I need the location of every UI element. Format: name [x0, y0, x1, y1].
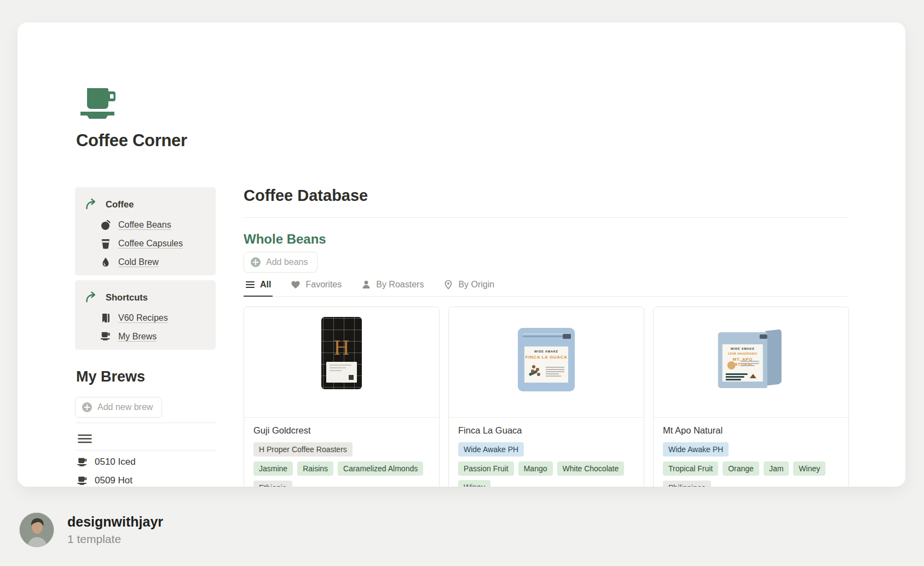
bag-fine-print	[741, 361, 759, 367]
coffee-cup-icon	[77, 476, 88, 486]
tab-label: Favorites	[305, 280, 342, 290]
origin-tag: Philippines	[663, 481, 711, 487]
workspace-title: Coffee Corner	[76, 131, 187, 151]
tab-favorites[interactable]: Favorites	[289, 278, 343, 296]
curved-arrow-icon	[85, 198, 98, 210]
bean-card-guji-goldcrest[interactable]: H Guji Goldcrest H Proper Coffee Roaster…	[244, 307, 440, 487]
bag-brand: WIDE AWAKE	[723, 347, 763, 350]
roaster-tag: Wide Awake PH	[663, 442, 729, 457]
sidebar-item-label: Coffee Capsules	[118, 239, 183, 249]
bag-process: 12HR ANAEROBIC	[723, 352, 763, 355]
coffee-cup-icon	[100, 331, 111, 342]
bag-valve	[563, 334, 571, 339]
flavor-tag: Jasmine	[253, 461, 293, 476]
divider	[75, 450, 216, 451]
person-icon	[361, 280, 371, 290]
coffee-branch-illustration	[529, 364, 543, 378]
heart-icon	[291, 280, 301, 290]
divider	[244, 217, 847, 218]
plus-circle-icon	[250, 257, 261, 268]
bag-label: WIDE AWAKE 12HR ANAEROBIC MT. APO NATURA…	[723, 344, 763, 382]
bean-card-mt-apo-natural[interactable]: WIDE AWAKE 12HR ANAEROBIC MT. APO NATURA…	[653, 307, 849, 487]
sidebar-item-label: Coffee Beans	[118, 220, 171, 230]
bean-title: Guji Goldcrest	[253, 425, 430, 436]
sidebar-item-cold-brew[interactable]: Cold Brew	[100, 253, 206, 272]
location-pin-icon	[443, 280, 453, 290]
bean-card-image: H	[244, 307, 439, 418]
flavor-tag: Caramelized Almonds	[338, 461, 423, 476]
bag-name: FINCA LA GUACA	[524, 355, 568, 360]
cold-brew-droplet-icon	[100, 257, 111, 268]
add-new-brew-button[interactable]: Add new brew	[75, 397, 162, 418]
template-preview-page: Coffee Corner Coffee	[0, 0, 924, 566]
mountain-illustration	[726, 373, 748, 382]
whole-beans-heading: Whole Beans	[244, 232, 326, 247]
coffee-bean-icon	[100, 220, 111, 230]
bean-card-image: WIDE AWAKE 12HR ANAEROBIC MT. APO NATURA…	[654, 307, 848, 418]
sidebar-item-coffee-beans[interactable]: Coffee Beans	[100, 216, 206, 234]
page-title: Coffee Database	[244, 187, 368, 205]
capsule-cup-icon	[100, 238, 111, 249]
bean-card-body: Mt Apo Natural Wide Awake PH Tropical Fr…	[654, 418, 848, 487]
flavor-tag: Jam	[764, 461, 789, 476]
sidebar-item-label: Cold Brew	[118, 257, 159, 267]
sidebar-item-my-brews[interactable]: My Brews	[100, 327, 206, 346]
curved-arrow-icon	[85, 291, 98, 303]
sidebar-item-label: V60 Recipes	[118, 313, 168, 323]
flavor-tag: Mango	[518, 461, 553, 476]
sidebar-item-label: My Brews	[118, 332, 157, 342]
bean-card-body: Guji Goldcrest H Proper Coffee Roasters …	[244, 418, 439, 487]
creator-template-count: 1 template	[67, 533, 163, 546]
qr-code	[349, 375, 354, 380]
bean-title: Mt Apo Natural	[663, 425, 839, 436]
creator-name: designwithjayr	[67, 514, 163, 530]
creator-avatar[interactable]	[19, 512, 54, 547]
my-brews-heading: My Brews	[76, 368, 145, 385]
tab-label: By Roasters	[376, 280, 424, 290]
sidebar-item-v60-recipes[interactable]: V60 Recipes	[100, 309, 206, 327]
bag-label	[326, 362, 357, 383]
tab-by-roasters[interactable]: By Roasters	[360, 278, 425, 296]
sidebar-section-coffee: Coffee Coffee Beans	[75, 187, 216, 275]
database-view-tabs: All Favorites By Roasters	[244, 278, 847, 297]
sun-illustration	[727, 361, 736, 369]
book-icon	[100, 313, 111, 324]
flavor-tag: Raisins	[297, 461, 333, 476]
tab-label: All	[260, 280, 271, 290]
brew-entry-label: 0509 Hot	[95, 475, 132, 486]
bag-brand: WIDE AWAKE	[524, 350, 568, 353]
bean-card-finca-la-guaca[interactable]: WIDE AWAKE FINCA LA GUACA	[448, 307, 644, 487]
plus-circle-icon	[82, 402, 93, 413]
flavor-tag: Winey	[793, 461, 825, 476]
creator-row: designwithjayr 1 template	[19, 512, 163, 547]
brew-entry-0510-iced[interactable]: 0510 Iced	[77, 457, 136, 467]
coffee-cup-logo-icon	[79, 83, 122, 122]
sidebar-section-label: Shortcuts	[106, 292, 148, 303]
tab-by-origin[interactable]: By Origin	[442, 278, 496, 296]
bean-gallery: H Guji Goldcrest H Proper Coffee Roaster…	[244, 307, 849, 487]
coffee-bag-gusseted: WIDE AWAKE 12HR ANAEROBIC MT. APO NATURA…	[718, 330, 782, 389]
flavor-tag: Tropical Fruit	[663, 461, 718, 476]
add-beans-button[interactable]: Add beans	[244, 252, 317, 273]
origin-tag: Ethiopia	[253, 481, 292, 487]
drag-handle-icon[interactable]	[78, 434, 92, 443]
coffee-bag-black: H	[321, 317, 362, 389]
bag-valve	[760, 334, 767, 339]
sidebar-item-coffee-capsules[interactable]: Coffee Capsules	[100, 234, 206, 253]
tab-all[interactable]: All	[244, 278, 273, 297]
bag-fine-print	[546, 367, 564, 378]
bean-card-image: WIDE AWAKE FINCA LA GUACA	[449, 307, 644, 418]
divider	[75, 423, 216, 423]
tab-label: By Origin	[458, 280, 494, 290]
flavor-tag: Orange	[723, 461, 759, 476]
bag-monogram: H	[321, 334, 362, 360]
add-new-brew-label: Add new brew	[97, 402, 153, 412]
bag-label: WIDE AWAKE FINCA LA GUACA	[524, 346, 568, 383]
sidebar-section-label: Coffee	[106, 199, 134, 210]
coffee-bag-blue: WIDE AWAKE FINCA LA GUACA	[518, 328, 575, 391]
bean-card-body: Finca La Guaca Wide Awake PH Passion Fru…	[449, 418, 644, 487]
flavor-tag: White Chocolate	[557, 461, 625, 476]
notion-page-card: Coffee Corner Coffee	[18, 22, 905, 487]
roaster-tag: Wide Awake PH	[458, 442, 524, 457]
brew-entry-0509-hot[interactable]: 0509 Hot	[77, 475, 132, 486]
